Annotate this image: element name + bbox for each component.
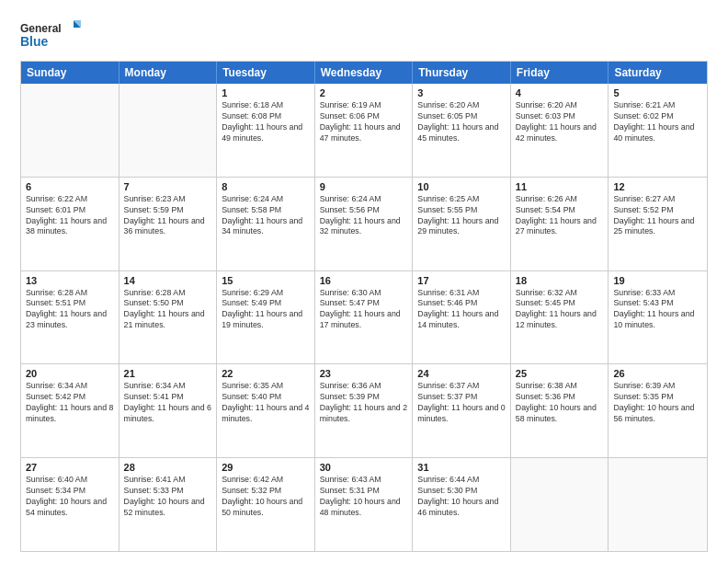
day-number: 22 <box>222 368 310 379</box>
day-number: 27 <box>26 462 114 473</box>
calendar-cell: 4Sunrise: 6:20 AM Sunset: 6:03 PM Daylig… <box>511 84 609 177</box>
calendar-cell <box>21 84 119 177</box>
calendar-cell: 29Sunrise: 6:42 AM Sunset: 5:32 PM Dayli… <box>217 458 315 551</box>
cell-text: Sunrise: 6:25 AM Sunset: 5:55 PM Dayligh… <box>417 194 506 238</box>
cell-text: Sunrise: 6:37 AM Sunset: 5:37 PM Dayligh… <box>417 381 506 425</box>
cell-text: Sunrise: 6:43 AM Sunset: 5:31 PM Dayligh… <box>320 475 408 519</box>
calendar-cell: 13Sunrise: 6:28 AM Sunset: 5:51 PM Dayli… <box>21 271 119 364</box>
day-number: 21 <box>124 368 212 379</box>
calendar-row: 13Sunrise: 6:28 AM Sunset: 5:51 PM Dayli… <box>21 270 707 364</box>
cell-text: Sunrise: 6:35 AM Sunset: 5:40 PM Dayligh… <box>222 381 310 425</box>
calendar-cell: 27Sunrise: 6:40 AM Sunset: 5:34 PM Dayli… <box>21 458 119 551</box>
calendar-cell: 21Sunrise: 6:34 AM Sunset: 5:41 PM Dayli… <box>119 364 218 457</box>
day-number: 7 <box>124 181 212 192</box>
svg-text:Blue: Blue <box>20 34 49 49</box>
calendar-cell <box>511 458 609 551</box>
day-number: 10 <box>417 181 506 192</box>
day-number: 16 <box>320 275 408 286</box>
calendar-row: 6Sunrise: 6:22 AM Sunset: 6:01 PM Daylig… <box>21 177 707 270</box>
day-number: 13 <box>26 275 114 286</box>
calendar-cell: 26Sunrise: 6:39 AM Sunset: 5:35 PM Dayli… <box>609 364 707 457</box>
cell-text: Sunrise: 6:30 AM Sunset: 5:47 PM Dayligh… <box>320 288 408 332</box>
calendar-row: 20Sunrise: 6:34 AM Sunset: 5:42 PM Dayli… <box>21 363 707 457</box>
day-number: 25 <box>516 368 604 379</box>
cell-text: Sunrise: 6:38 AM Sunset: 5:36 PM Dayligh… <box>516 381 604 425</box>
cell-text: Sunrise: 6:21 AM Sunset: 6:02 PM Dayligh… <box>613 100 702 144</box>
cell-text: Sunrise: 6:26 AM Sunset: 5:54 PM Dayligh… <box>516 194 604 238</box>
calendar-cell: 16Sunrise: 6:30 AM Sunset: 5:47 PM Dayli… <box>315 271 414 364</box>
cell-text: Sunrise: 6:27 AM Sunset: 5:52 PM Dayligh… <box>613 194 702 238</box>
calendar-cell: 20Sunrise: 6:34 AM Sunset: 5:42 PM Dayli… <box>21 364 119 457</box>
day-number: 17 <box>417 275 506 286</box>
calendar-cell: 23Sunrise: 6:36 AM Sunset: 5:39 PM Dayli… <box>315 364 414 457</box>
cell-text: Sunrise: 6:24 AM Sunset: 5:58 PM Dayligh… <box>222 194 310 238</box>
calendar-cell: 14Sunrise: 6:28 AM Sunset: 5:50 PM Dayli… <box>119 271 218 364</box>
calendar: SundayMondayTuesdayWednesdayThursdayFrid… <box>20 61 708 552</box>
cell-text: Sunrise: 6:34 AM Sunset: 5:41 PM Dayligh… <box>124 381 212 425</box>
day-number: 29 <box>222 462 310 473</box>
calendar-cell: 10Sunrise: 6:25 AM Sunset: 5:55 PM Dayli… <box>413 178 511 270</box>
calendar-cell: 11Sunrise: 6:26 AM Sunset: 5:54 PM Dayli… <box>511 178 609 270</box>
cell-text: Sunrise: 6:33 AM Sunset: 5:43 PM Dayligh… <box>613 288 702 332</box>
day-number: 12 <box>613 181 702 192</box>
day-number: 15 <box>222 275 310 286</box>
day-number: 2 <box>320 87 408 98</box>
day-number: 11 <box>516 181 604 192</box>
cell-text: Sunrise: 6:22 AM Sunset: 6:01 PM Dayligh… <box>26 194 114 238</box>
cell-text: Sunrise: 6:32 AM Sunset: 5:45 PM Dayligh… <box>516 288 604 332</box>
cell-text: Sunrise: 6:28 AM Sunset: 5:50 PM Dayligh… <box>124 288 212 332</box>
cell-text: Sunrise: 6:28 AM Sunset: 5:51 PM Dayligh… <box>26 288 114 332</box>
day-number: 14 <box>124 275 212 286</box>
cell-text: Sunrise: 6:19 AM Sunset: 6:06 PM Dayligh… <box>320 100 408 144</box>
day-number: 23 <box>320 368 408 379</box>
calendar-cell: 19Sunrise: 6:33 AM Sunset: 5:43 PM Dayli… <box>609 271 707 364</box>
calendar-cell: 22Sunrise: 6:35 AM Sunset: 5:40 PM Dayli… <box>217 364 315 457</box>
day-number: 1 <box>222 87 310 98</box>
cell-text: Sunrise: 6:20 AM Sunset: 6:05 PM Dayligh… <box>417 100 506 144</box>
header: General Blue <box>20 17 708 53</box>
calendar-cell: 18Sunrise: 6:32 AM Sunset: 5:45 PM Dayli… <box>511 271 609 364</box>
calendar-row: 1Sunrise: 6:18 AM Sunset: 6:08 PM Daylig… <box>21 84 707 177</box>
header-day-saturday: Saturday <box>609 62 707 84</box>
header-day-monday: Monday <box>119 62 218 84</box>
day-number: 18 <box>516 275 604 286</box>
cell-text: Sunrise: 6:24 AM Sunset: 5:56 PM Dayligh… <box>320 194 408 238</box>
calendar-cell: 8Sunrise: 6:24 AM Sunset: 5:58 PM Daylig… <box>217 178 315 270</box>
calendar-cell: 6Sunrise: 6:22 AM Sunset: 6:01 PM Daylig… <box>21 178 119 270</box>
day-number: 3 <box>417 87 506 98</box>
svg-text:General: General <box>20 22 62 35</box>
cell-text: Sunrise: 6:18 AM Sunset: 6:08 PM Dayligh… <box>222 100 310 144</box>
cell-text: Sunrise: 6:44 AM Sunset: 5:30 PM Dayligh… <box>417 475 506 519</box>
cell-text: Sunrise: 6:41 AM Sunset: 5:33 PM Dayligh… <box>124 475 212 519</box>
day-number: 31 <box>417 462 506 473</box>
calendar-cell: 15Sunrise: 6:29 AM Sunset: 5:49 PM Dayli… <box>217 271 315 364</box>
calendar-cell: 7Sunrise: 6:23 AM Sunset: 5:59 PM Daylig… <box>119 178 218 270</box>
page: General Blue SundayMondayTuesdayWednesda… <box>0 0 728 563</box>
day-number: 6 <box>26 181 114 192</box>
header-day-friday: Friday <box>511 62 609 84</box>
calendar-cell: 17Sunrise: 6:31 AM Sunset: 5:46 PM Dayli… <box>413 271 511 364</box>
day-number: 8 <box>222 181 310 192</box>
cell-text: Sunrise: 6:31 AM Sunset: 5:46 PM Dayligh… <box>417 288 506 332</box>
calendar-cell: 9Sunrise: 6:24 AM Sunset: 5:56 PM Daylig… <box>315 178 414 270</box>
day-number: 28 <box>124 462 212 473</box>
day-number: 5 <box>613 87 702 98</box>
calendar-cell: 5Sunrise: 6:21 AM Sunset: 6:02 PM Daylig… <box>609 84 707 177</box>
day-number: 20 <box>26 368 114 379</box>
header-day-tuesday: Tuesday <box>217 62 315 84</box>
calendar-header: SundayMondayTuesdayWednesdayThursdayFrid… <box>21 62 707 84</box>
calendar-cell: 30Sunrise: 6:43 AM Sunset: 5:31 PM Dayli… <box>315 458 414 551</box>
calendar-cell: 24Sunrise: 6:37 AM Sunset: 5:37 PM Dayli… <box>413 364 511 457</box>
calendar-cell: 2Sunrise: 6:19 AM Sunset: 6:06 PM Daylig… <box>315 84 414 177</box>
header-day-sunday: Sunday <box>21 62 119 84</box>
calendar-cell <box>609 458 707 551</box>
cell-text: Sunrise: 6:34 AM Sunset: 5:42 PM Dayligh… <box>26 381 114 425</box>
calendar-cell: 12Sunrise: 6:27 AM Sunset: 5:52 PM Dayli… <box>609 178 707 270</box>
day-number: 24 <box>417 368 506 379</box>
day-number: 19 <box>613 275 702 286</box>
calendar-cell <box>119 84 218 177</box>
cell-text: Sunrise: 6:20 AM Sunset: 6:03 PM Dayligh… <box>516 100 604 144</box>
cell-text: Sunrise: 6:29 AM Sunset: 5:49 PM Dayligh… <box>222 288 310 332</box>
calendar-cell: 3Sunrise: 6:20 AM Sunset: 6:05 PM Daylig… <box>413 84 511 177</box>
calendar-row: 27Sunrise: 6:40 AM Sunset: 5:34 PM Dayli… <box>21 457 707 551</box>
